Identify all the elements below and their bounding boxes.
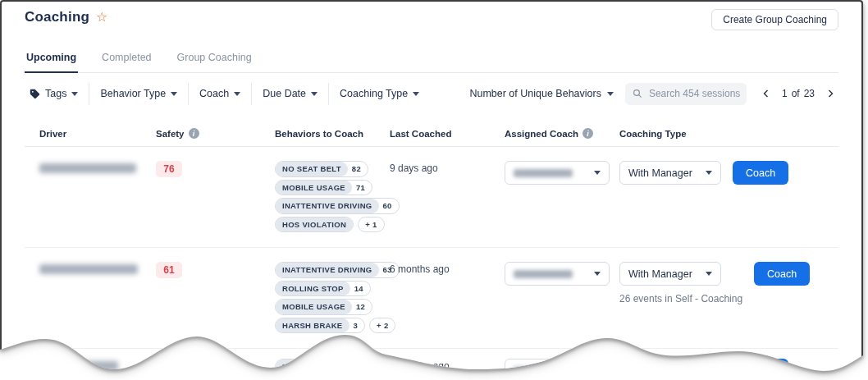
behavior-pill: ROLLING STOP14 [275, 281, 371, 297]
chevron-down-icon [413, 92, 419, 96]
behavior-pill: MOBILE USAGE71 [275, 180, 372, 196]
pagination-current: 1 [782, 88, 788, 99]
column-assigned-coach: Assigned Coachi [505, 128, 619, 139]
assigned-coach-redacted [514, 270, 573, 278]
behavior-pill [275, 378, 386, 380]
column-label: Last Coached [390, 129, 451, 139]
chevron-down-icon [234, 92, 240, 96]
search-box[interactable] [625, 83, 747, 105]
actions-cell: With ManagerCoach [619, 359, 838, 380]
filter-behavior-type[interactable]: Behavior Type [89, 88, 188, 99]
coach-button[interactable]: Coach [733, 161, 788, 185]
table-body: 76NO SEAT BELT82MOBILE USAGE71INATTENTIV… [25, 147, 838, 380]
filter-bar-right: Number of Unique Behaviors 1 of 23 [469, 83, 838, 105]
filter-tags[interactable]: Tags [25, 88, 89, 99]
sort-dropdown[interactable]: Number of Unique Behaviors [469, 88, 614, 99]
actions-cell: With ManagerCoach [619, 161, 838, 185]
column-label: Coaching Type [619, 129, 687, 139]
search-icon [633, 89, 642, 98]
page-title: Coaching [25, 9, 89, 25]
assigned-coach-cell [505, 262, 619, 286]
search-input[interactable] [647, 87, 745, 100]
column-last-coached: Last Coached [390, 128, 505, 139]
behaviors-cell: NO SEAT BELT82MOBILE USAGE71INATTENTIVE … [275, 161, 390, 232]
pagination-prev-button[interactable] [758, 87, 774, 100]
coaching-type-group: With Manager [619, 161, 721, 185]
behaviors-cell: NO SEAT BELT [275, 359, 390, 380]
chevron-down-icon [607, 92, 614, 96]
assigned-coach-cell [505, 359, 619, 380]
info-icon[interactable]: i [582, 128, 593, 139]
column-label: Driver [39, 129, 66, 139]
pill-line: MOBILE USAGE71 [275, 180, 372, 196]
info-icon[interactable]: i [189, 128, 199, 139]
filter-bar: TagsBehavior TypeCoachDue DateCoaching T… [25, 79, 838, 108]
behavior-pill: NO SEAT BELT [275, 359, 349, 375]
driver-cell [25, 161, 156, 173]
chevron-down-icon [594, 369, 601, 373]
coaching-type-value: With Manager [628, 167, 692, 179]
column-behaviors-to-coach: Behaviors to Coach [275, 128, 390, 139]
tab-completed[interactable]: Completed [100, 48, 153, 72]
assigned-coach-select[interactable] [505, 161, 610, 185]
pill-line: HOS VIOLATION+ 1 [275, 217, 385, 233]
chevron-down-icon [706, 272, 712, 276]
column-coaching-type: Coaching Type [619, 128, 838, 139]
sort-dropdown-label: Number of Unique Behaviors [469, 88, 601, 99]
column-safety: Safetyi [156, 128, 275, 139]
assigned-coach-select[interactable] [505, 359, 610, 380]
driver-name-redacted[interactable] [39, 264, 138, 274]
behavior-pill: INATTENTIVE DRIVING60 [275, 198, 400, 214]
behavior-pill: HOS VIOLATION [275, 217, 354, 233]
coaching-type-group: With Manager26 events in Self - Coaching [619, 262, 742, 304]
filter-coaching-type[interactable]: Coaching Type [329, 88, 430, 99]
assigned-coach-select[interactable] [505, 262, 610, 286]
pill-line: NO SEAT BELT [275, 359, 349, 375]
chevron-down-icon [311, 92, 318, 96]
chevron-down-icon [706, 171, 712, 175]
behavior-count: 82 [348, 162, 368, 176]
driver-name-redacted[interactable] [39, 163, 136, 173]
pill-line: MOBILE USAGE12 [275, 299, 372, 315]
pagination-of-label: of [792, 88, 800, 99]
behavior-label: MOBILE USAGE [276, 181, 352, 195]
behavior-pill: HARSH BRAKE3 [275, 318, 365, 334]
actions-cell: With Manager26 events in Self - Coaching… [619, 262, 838, 304]
assigned-coach-redacted [514, 367, 573, 375]
star-favorite-icon[interactable]: ☆ [96, 11, 107, 24]
behavior-label: ROLLING STOP [276, 282, 350, 296]
safety-score-badge [156, 359, 182, 375]
filter-label: Behavior Type [100, 88, 166, 99]
filter-coach[interactable]: Coach [189, 88, 251, 99]
table-header-row: DriverSafetyiBehaviors to CoachLast Coac… [25, 128, 838, 147]
behavior-label: INATTENTIVE DRIVING [276, 199, 379, 213]
behavior-count: 12 [352, 300, 372, 314]
coach-button[interactable]: Coach [754, 262, 810, 286]
chevron-down-icon [171, 92, 177, 96]
behavior-overflow-pill[interactable]: + 1 [358, 217, 384, 233]
tab-upcoming[interactable]: Upcoming [25, 48, 78, 73]
safety-score-badge: 76 [156, 161, 182, 177]
coaching-type-select[interactable]: With Manager [619, 161, 721, 185]
behavior-count: 3 [349, 318, 365, 333]
coaching-type-select[interactable]: With Manager [619, 359, 721, 380]
pagination-next-button[interactable] [822, 87, 838, 100]
coaching-type-value: With Manager [628, 365, 692, 377]
tab-group-coaching[interactable]: Group Coaching [176, 48, 254, 72]
safety-score-badge: 61 [156, 262, 182, 278]
pill-line: HARSH BRAKE3+ 2 [275, 318, 395, 334]
torn-screenshot-wrapper: Coaching ☆ Create Group Coaching Upcomin… [0, 0, 868, 380]
last-coached-cell: 9 days ago [390, 161, 505, 174]
filter-due-date[interactable]: Due Date [252, 88, 328, 99]
behavior-overflow-pill[interactable]: + 2 [369, 318, 395, 334]
filter-label: Coaching Type [340, 88, 408, 99]
column-label: Safety [156, 129, 185, 139]
column-label: Behaviors to Coach [275, 129, 363, 139]
create-group-coaching-button[interactable]: Create Group Coaching [711, 9, 838, 30]
last-coached-cell: 6 months ago [390, 262, 505, 275]
behavior-label: NO SEAT BELT [276, 359, 348, 374]
coaching-type-select[interactable]: With Manager [619, 262, 721, 286]
coach-button[interactable]: Coach [733, 359, 788, 380]
driver-name-redacted[interactable] [39, 361, 118, 371]
table-row: 61INATTENTIVE DRIVING63ROLLING STOP14MOB… [25, 248, 838, 349]
